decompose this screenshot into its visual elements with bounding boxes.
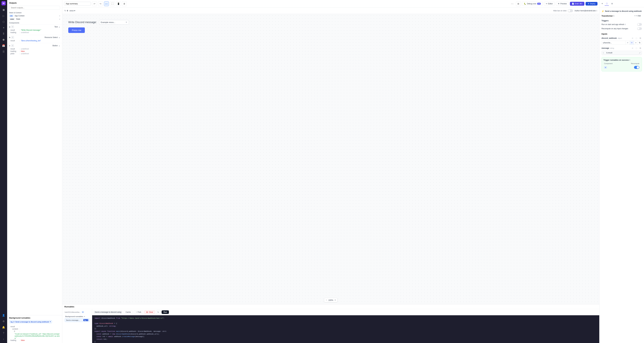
discord-webhook-unlink-icon[interactable]: ⛓ (639, 36, 642, 40)
deploy-button[interactable]: ⬆ Deploy (586, 2, 598, 6)
split-view-button[interactable]: ⊞ (516, 1, 521, 6)
discord-webhook-add-button[interactable]: + (634, 41, 638, 44)
comp-a-drag-handle[interactable]: ⠿ (11, 25, 14, 28)
zoom-in-button[interactable]: + (334, 299, 336, 302)
refresh-code-button[interactable]: ↻ (156, 310, 160, 314)
right-settings-tab[interactable]: ⚙ (610, 2, 614, 6)
recompute-toggle[interactable] (637, 27, 642, 30)
nav-variables-icon[interactable]: $ (1, 31, 6, 36)
more-options-button[interactable]: ⋯ (510, 2, 515, 6)
press-me-button[interactable]: Press me (68, 28, 85, 33)
comp-c-drag-handle[interactable]: ⠿ (11, 44, 14, 47)
zoom-out-button[interactable]: − (326, 299, 327, 302)
discord-webhook-clear-button[interactable]: ✕ (626, 41, 630, 44)
code-toolbar: Send a message to discord using Cache ⑂ … (92, 309, 599, 315)
discord-webhook-value: u/henri/te... (602, 41, 626, 44)
nav-users-icon[interactable]: 👤 (1, 312, 6, 318)
code-editor[interactable]: import discordwebhook from "https://deno… (92, 315, 599, 343)
search-outputs-input[interactable] (9, 6, 60, 10)
canvas-content[interactable]: Write Discord message: Example resou... … (62, 14, 599, 304)
ctx-value: App Context (14, 15, 58, 17)
discord-webhook-copy-icon[interactable]: ⬚ (635, 36, 638, 40)
editor-button[interactable]: ✏ Editor (544, 2, 555, 6)
comp-c-loading-row: loading : false (9, 50, 60, 52)
bg0-badge[interactable]: bg_0 Send a message to discord using web… (9, 320, 52, 323)
resource-select-box[interactable]: Example resou... ✕ (99, 20, 129, 24)
ctx-chevron-icon[interactable]: ▾ (59, 15, 60, 17)
undo-button[interactable]: ↩ (92, 1, 97, 6)
tr-toggle[interactable] (634, 66, 640, 69)
message-expand-icon[interactable]: ⤢ (639, 52, 640, 54)
trigger-runnables-info-icon[interactable]: ℹ (630, 59, 630, 61)
layout-code-button[interactable]: |↕| (104, 1, 109, 6)
run-on-start-info-icon[interactable]: ℹ (625, 24, 626, 26)
discord-webhook-refresh-button[interactable]: ↻ (638, 41, 642, 44)
nav-collapse-icon[interactable]: ‹ (1, 336, 6, 342)
message-value[interactable]: b.result (606, 52, 639, 54)
nav-flows-icon[interactable]: ▷ (1, 13, 6, 18)
nav-scripts-icon[interactable]: ✦ (1, 25, 6, 30)
nav-settings-icon[interactable]: ⚙ (1, 318, 6, 324)
state-chevron-icon[interactable]: ▾ (59, 18, 60, 20)
comp-b-chevron-icon[interactable]: ▲ (58, 37, 60, 38)
once-chevron-icon: ▾ (74, 10, 75, 12)
discord-webhook-edit-icon[interactable]: ✏ (631, 36, 634, 40)
mobile-view-button[interactable]: 📱 (116, 1, 121, 6)
canvas-toolbar: ↻ 0 once ▾ Hide bar on view Author henri… (62, 8, 599, 14)
nav-notifications-icon[interactable]: 🔔 (1, 324, 6, 330)
comp-b-drag-handle[interactable]: ⠿ (11, 36, 14, 39)
code-runnable-label[interactable]: Send a message to discord using (94, 311, 122, 314)
nav-home-icon[interactable]: ⊞ (1, 7, 6, 12)
run-count-number: 0 (67, 10, 68, 12)
run-button[interactable]: Run (162, 310, 169, 314)
nav-help-icon[interactable]: ? (1, 330, 6, 336)
ctx-tag: ctx (9, 14, 14, 17)
redo-button[interactable]: ↪ (98, 1, 103, 6)
bg-item-badge-0: bg_0 (83, 319, 88, 321)
message-copy-icon[interactable]: ⬚ (635, 46, 638, 50)
eye-icon: 👁 (558, 3, 560, 5)
resource-clear-icon[interactable]: ✕ (126, 21, 127, 24)
comp-c-chevron-icon[interactable]: ▲ (58, 45, 60, 46)
comp-b-result-key: result (10, 40, 19, 42)
preview-button[interactable]: 👁 Preview (556, 2, 569, 6)
draft-button[interactable]: 📄 Draft ⌘S (570, 2, 584, 6)
hide-bar-toggle[interactable] (568, 9, 573, 12)
right-runnable-title: Send a message to discord using webhook (605, 10, 642, 12)
bg-add-icon[interactable]: + (84, 316, 85, 317)
runnable-item-0[interactable]: hub/1511/discord/se... c (64, 310, 91, 314)
fork-button[interactable]: ⑂ Fork (134, 310, 143, 314)
author-info-icon[interactable]: ℹ (596, 10, 597, 12)
transformer-info-icon[interactable]: ℹ (614, 15, 614, 17)
right-components-tab[interactable]: ⬡ (605, 2, 609, 6)
comp-a-chevron-icon[interactable]: ▲ (58, 26, 60, 28)
cache-button[interactable]: Cache (124, 310, 133, 314)
run-on-start-label: Run on start and app refresh ℹ (602, 24, 637, 26)
right-panel-top: + ⬡ ⚙ (600, 0, 644, 7)
comp-a-result-key: result (10, 29, 19, 31)
bg-item-0[interactable]: Send a message... bg_0 (65, 318, 90, 322)
nav-audit-icon[interactable]: ☰ (1, 49, 6, 54)
debug-runs-button[interactable]: 🐛 Debug runs 23 (522, 2, 543, 6)
fullscreen-button[interactable]: ⛶ (110, 1, 115, 6)
message-name: message (602, 47, 609, 49)
right-plus-button[interactable]: + (602, 2, 603, 5)
run-on-start-toggle[interactable] (637, 23, 642, 26)
add-transformer-button[interactable]: + + Add (633, 14, 642, 17)
nav-schedule-icon[interactable]: 📅 (1, 43, 6, 48)
app-title-input[interactable] (64, 2, 91, 6)
clear-button[interactable]: 🗑 Clear (144, 310, 155, 314)
components-title: Components (7, 21, 62, 24)
editor-label: Editor (548, 3, 553, 5)
nav-resources-icon[interactable]: ⬢ (1, 37, 6, 42)
nav-apps-icon[interactable]: ⬡ (1, 19, 6, 24)
once-select[interactable]: once ▾ (70, 10, 75, 12)
bg-loading-key: loading (10, 339, 19, 341)
desktop-view-button[interactable]: 🖥 (122, 1, 127, 6)
message-unlink-icon[interactable]: ⛓ (639, 46, 642, 50)
clear-label: Clear (149, 311, 153, 313)
resource-select-text: Example resou... (101, 21, 124, 24)
tr-row-0: c (604, 65, 640, 70)
discord-webhook-edit-button[interactable]: ✏ (630, 41, 634, 44)
message-edit-icon[interactable]: ✏ (631, 46, 634, 50)
